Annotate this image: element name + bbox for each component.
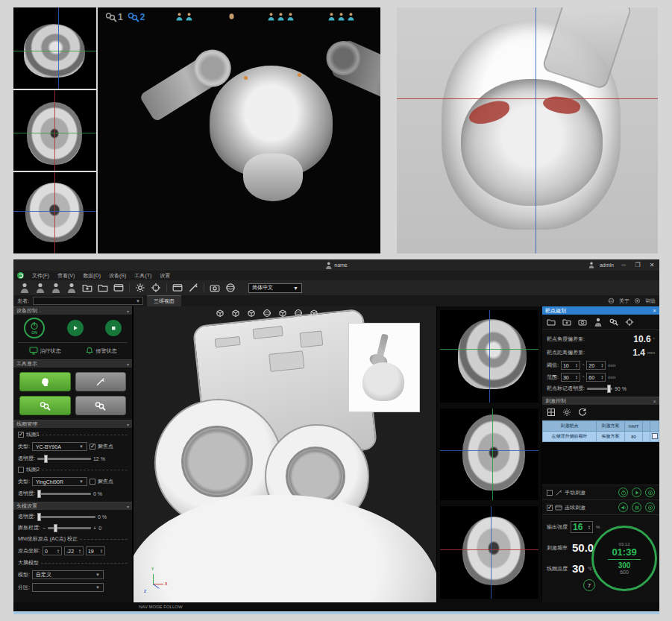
target-planning-header[interactable]: 靶点规划 ✕ [542,306,659,315]
coil2-type-select[interactable]: YingChi90R ▼ [32,477,87,486]
plan-icon[interactable] [113,283,124,293]
avatar-icon[interactable] [594,318,603,327]
capture-icon[interactable] [210,283,220,293]
slider-handle[interactable] [37,513,41,521]
save-target-icon[interactable] [562,318,571,327]
person-back-icon[interactable] [186,12,192,21]
navigation-3d-viewport[interactable]: Y X Z [133,306,436,602]
tools-section-header[interactable]: 工具显示 ▾ [13,359,132,368]
marker-icon[interactable] [151,283,161,293]
collapse-icon[interactable]: ▾ [127,309,129,314]
head-top-icon[interactable] [228,12,235,21]
coil-1-indicator[interactable]: 1 [105,12,123,22]
language-select[interactable]: 简体中文 ▼ [248,283,302,293]
slider-handle[interactable] [607,385,611,393]
help-link[interactable]: 帮助 [645,297,656,305]
person-right-icon[interactable] [328,12,335,21]
collapse-icon[interactable]: ▾ [127,504,129,509]
head-opacity-slider[interactable] [37,516,95,518]
person-icon[interactable] [348,12,354,21]
coil-2-tool-button[interactable] [75,396,127,415]
start-button[interactable] [67,320,84,336]
image-import-icon[interactable] [82,283,92,293]
coil1-type-select[interactable]: YC-BY90A ▼ [32,442,87,451]
cell-plan[interactable]: 实验方案 [596,432,624,442]
slider-handle[interactable] [44,455,48,463]
close-icon[interactable]: ✕ [653,399,656,404]
about-link[interactable]: 关于 [619,297,629,305]
inflate-slider[interactable] [48,527,91,529]
col-target[interactable]: 刺激靶点 [543,421,597,432]
view-cube-top-icon[interactable] [310,309,318,318]
manual-stim-checkbox[interactable] [547,490,553,496]
range-angle-spinner[interactable]: 30▲▼ [561,373,580,382]
card-icon[interactable] [172,283,183,293]
coil2-focus-checkbox[interactable] [90,479,95,485]
power-on-button[interactable]: ON [24,318,45,338]
slider-handle[interactable] [54,524,57,532]
stop-button[interactable] [105,320,122,336]
patient-select[interactable]: ▼ [33,297,143,305]
maximize-button[interactable]: ❐ [633,262,642,268]
view-cube-front-icon[interactable] [216,309,224,318]
origin-x-spinner[interactable]: 0▲▼ [43,546,62,555]
person-left-icon[interactable] [268,12,274,21]
open-folder-icon[interactable] [547,318,556,327]
coil2-checkbox[interactable] [18,467,24,473]
patient-list-icon[interactable] [35,283,45,293]
col-mt[interactable]: %MT [625,421,643,432]
patient-export-icon[interactable] [66,283,77,293]
coronal-slice-view[interactable] [13,172,96,253]
record-button[interactable] [645,502,655,512]
menu-device[interactable]: 设备(S) [109,272,126,280]
cell-check[interactable] [650,432,659,442]
image-open-icon[interactable] [98,283,108,293]
origin-z-spinner[interactable]: 19▲▼ [86,546,105,555]
head-section-header[interactable]: 头模设置 ▾ [13,502,132,510]
pause-button[interactable] [632,502,641,512]
pointer-tool-button[interactable] [75,372,127,391]
threshold-angle-spinner[interactable]: 10▲▼ [561,361,580,370]
parcellation-select[interactable]: ▼ [32,583,104,592]
view-sphere-top-icon[interactable] [294,309,303,318]
coil-section-header[interactable]: 线圈管理 ▾ [13,420,132,428]
menu-file[interactable]: 文件(F) [32,272,49,280]
model-select[interactable]: 自定义 ▼ [32,570,104,579]
coil-2-indicator[interactable]: 2 [128,12,145,22]
coil1-opacity-slider[interactable] [37,458,91,460]
plan-grid-icon[interactable] [547,408,556,417]
sagittal-slice-small[interactable] [440,310,538,403]
menu-data[interactable]: 数据(D) [83,272,101,280]
coil2-opacity-slider[interactable] [37,493,91,495]
menu-settings[interactable]: 设置 [160,272,170,280]
cell-target[interactable]: 左侧背外侧前额叶 [543,432,597,442]
minus-button[interactable]: − [43,526,45,531]
axial-slice-small[interactable] [440,409,538,501]
axial-slice-view[interactable] [13,90,96,171]
view-cube-left-icon[interactable] [247,309,256,318]
view-cube-right-icon[interactable] [278,309,287,318]
sagittal-slice-view[interactable] [13,7,96,89]
manual-trigger-button[interactable] [632,488,641,497]
settings-gear-icon[interactable] [562,408,571,417]
coil1-focus-checkbox[interactable] [90,444,95,450]
output-strength-spinner[interactable]: 16 ▲▼ [571,521,593,533]
slider-handle[interactable] [37,490,41,498]
top-view-button[interactable] [228,12,235,21]
close-button[interactable]: ✕ [647,262,656,268]
registration-icon[interactable] [135,283,145,293]
side-view-buttons-right[interactable] [328,12,354,21]
tab-3d-view[interactable]: 三维视图 [147,295,181,306]
title-bar[interactable]: name admin ─ ❐ ✕ [13,259,659,271]
device-section-header[interactable]: 设备控制 ▾ [13,306,132,315]
coil1-checkbox[interactable] [18,432,24,438]
close-icon[interactable]: ✕ [653,308,656,313]
threshold-distance-spinner[interactable]: 20▲▼ [586,361,606,370]
table-row[interactable]: 左侧背外侧前额叶 实验方案 80 [543,432,659,442]
menu-view[interactable]: 查看(V) [57,272,75,280]
plus-button[interactable]: + [93,526,96,531]
range-distance-spinner[interactable]: 60▲▼ [586,373,606,382]
person-icon[interactable] [287,12,294,21]
col-plan[interactable]: 刺激方案 [596,421,624,432]
camera-icon[interactable] [578,318,587,327]
